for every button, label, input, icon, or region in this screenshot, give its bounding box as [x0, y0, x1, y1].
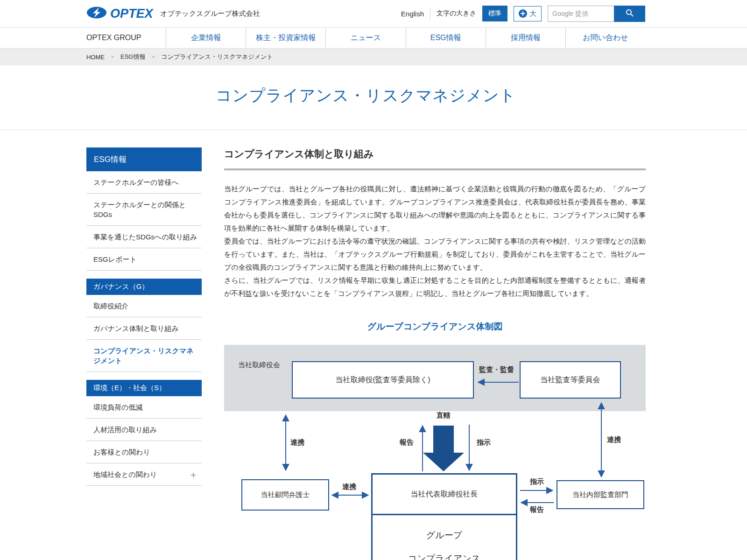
heading-rule: [224, 168, 646, 170]
diagram-title: グループコンプライアンス体制図: [224, 321, 646, 333]
page-title: コンプライアンス・リスクマネジメント: [86, 65, 645, 106]
body-paragraph: さらに、当社グループでは、リスク情報を早期に収集し適正に対処することを目的とした…: [224, 274, 646, 300]
optex-logo[interactable]: OPTEX オプテックスグループ株式会社: [86, 6, 260, 21]
corporate-lawyer-box: 当社顧問弁護士: [241, 479, 329, 511]
main-navigation: OPTEX GROUP 企業情報 株主・投資家情報 ニュース ESG情報 採用情…: [0, 27, 747, 49]
sidebar-item-governance[interactable]: ガバナンス体制と取り組み: [86, 317, 202, 340]
optex-logo-icon: [86, 6, 107, 21]
internal-audit-box: 当社内部監査部門: [557, 480, 644, 509]
report-label-middle: 報告: [400, 438, 414, 447]
body-paragraph: 委員会では、当社グループにおける法令等の遵守状況の確認、コンプライアンスに関する…: [224, 235, 646, 274]
nav-item-esg[interactable]: ESG情報: [406, 28, 486, 48]
instruct-label-bottom: 指示: [530, 477, 544, 486]
search-input[interactable]: [548, 6, 614, 22]
breadcrumb-current: コンプライアンス・リスクマネジメント: [161, 53, 273, 61]
cooperate-label-left: 連携: [290, 438, 304, 447]
nav-item-investors[interactable]: 株主・投資家情報: [246, 28, 325, 48]
sidebar-item-human-resources[interactable]: 人材活用の取り組み: [86, 419, 202, 441]
sidebar-item-business-sdgs[interactable]: 事業を通じたSDGsへの取り組み: [86, 226, 202, 248]
sidebar: ESG情報 ステークホルダーの皆様へ ステークホルダーとの関係とSDGs 事業を…: [86, 147, 202, 486]
sidebar-item-stakeholders-sdgs[interactable]: ステークホルダーとの関係とSDGs: [86, 194, 202, 226]
nav-item-news[interactable]: ニュース: [325, 28, 405, 48]
expand-plus-icon[interactable]: ＋: [189, 471, 198, 478]
sidebar-header-governance[interactable]: ガバナンス（G）: [86, 279, 202, 295]
english-link[interactable]: English: [401, 10, 424, 18]
breadcrumb-separator-icon: ＞: [151, 54, 155, 60]
breadcrumb: HOME ＞ ESG情報 ＞ コンプライアンス・リスクマネジメント: [0, 49, 747, 65]
compliance-structure-diagram: 当社取締役会 当社取締役(監査等委員除く) 当社監査等委員会 監査・監督 連携 …: [224, 345, 646, 560]
audit-supervise-label: 監査・監督: [479, 365, 514, 374]
site-search: [548, 6, 645, 22]
board-band-label: 当社取締役会: [238, 361, 280, 370]
company-name: オプテックスグループ株式会社: [161, 9, 260, 18]
main-content: コンプライアンス体制と取り組み 当社グループでは、当社とグループ各社の役職員に対…: [224, 147, 646, 560]
direct-control-label: 直轄: [437, 411, 451, 420]
font-size-standard-button[interactable]: 標準: [482, 6, 507, 21]
font-size-large-label: 大: [529, 9, 536, 18]
optex-logo-wordmark: OPTEX: [110, 7, 153, 21]
report-label-bottom: 報告: [530, 505, 544, 514]
breadcrumb-separator-icon: ＞: [110, 54, 115, 60]
nav-item-optex-group[interactable]: OPTEX GROUP: [86, 28, 166, 48]
sidebar-header-esg[interactable]: ESG情報: [86, 147, 202, 171]
search-icon: [626, 9, 634, 18]
sidebar-item-directors[interactable]: 取締役紹介: [86, 295, 202, 317]
sidebar-item-compliance-current[interactable]: コンプライアンス・リスクマネジメント: [86, 340, 202, 372]
search-button[interactable]: [614, 6, 645, 22]
audit-committee-box: 当社監査等委員会: [520, 361, 621, 399]
directors-box: 当社取締役(監査等委員除く): [292, 361, 474, 399]
ceo-box: 当社代表取締役社長: [371, 473, 517, 515]
group-compliance-committee-box: グループ コンプライアンス: [371, 514, 517, 560]
font-size-large-button[interactable]: 大: [514, 6, 542, 21]
divider: [430, 8, 430, 19]
plus-circle-icon: [519, 9, 527, 18]
nav-item-contact[interactable]: お問い合わせ: [565, 28, 645, 48]
breadcrumb-esg[interactable]: ESG情報: [120, 53, 145, 61]
cooperate-label-right: 連携: [607, 435, 621, 444]
nav-item-corporate[interactable]: 企業情報: [166, 28, 246, 48]
font-size-label: 文字の大きさ: [437, 9, 476, 18]
group-compliance-line2: コンプライアンス: [408, 547, 481, 560]
section-heading: コンプライアンス体制と取り組み: [224, 147, 646, 161]
top-header: OPTEX オプテックスグループ株式会社 English 文字の大きさ 標準 大: [0, 0, 747, 27]
sidebar-header-environment-social[interactable]: 環境（E）・社会（S）: [86, 380, 202, 396]
sidebar-item-customers[interactable]: お客様との関わり: [86, 441, 202, 463]
cooperate-label-bottom: 連携: [342, 483, 356, 491]
breadcrumb-home[interactable]: HOME: [86, 54, 105, 61]
header-utilities: English 文字の大きさ 標準 大: [401, 6, 645, 22]
sidebar-item-stakeholders[interactable]: ステークホルダーの皆様へ: [86, 171, 202, 194]
group-compliance-line1: グループ: [426, 524, 462, 547]
body-paragraph: 当社グループでは、当社とグループ各社の役職員に対し、遵法精神に基づく企業活動と役…: [224, 182, 646, 235]
instruct-label-middle: 指示: [477, 438, 491, 447]
sidebar-item-community[interactable]: 地域社会との関わり ＋: [86, 463, 202, 486]
sidebar-item-community-label: 地域社会との関わり: [93, 469, 157, 479]
sidebar-item-esg-report[interactable]: ESGレポート: [86, 248, 202, 271]
page-title-band: コンプライアンス・リスクマネジメント: [0, 65, 747, 130]
nav-item-recruit[interactable]: 採用情報: [486, 28, 565, 48]
sidebar-item-environment[interactable]: 環境負荷の低減: [86, 396, 202, 419]
